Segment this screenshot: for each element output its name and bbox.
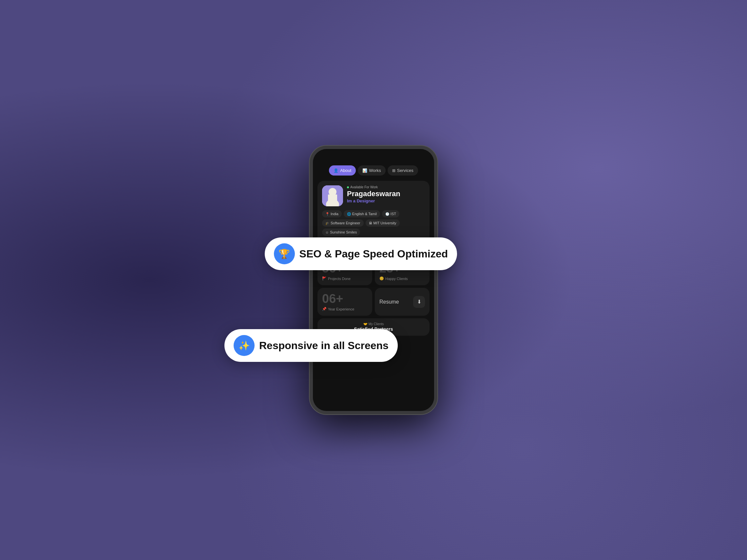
phone-screen: 👤 About 📊 Works ⊞ Services	[313, 149, 434, 411]
clients-label: 😊 Happy Clients	[379, 276, 425, 281]
grad-cap-icon: 🎓	[325, 221, 329, 225]
tab-services[interactable]: ⊞ Services	[388, 165, 418, 176]
available-badge: Available For Work	[347, 185, 425, 189]
sparkle-icon: ✨	[238, 340, 250, 351]
phone-frame: 👤 About 📊 Works ⊞ Services	[310, 146, 437, 414]
seo-callout-badge: 🏆 SEO & Page Speed Optimized	[265, 237, 457, 270]
clients-label: 🤝 My Clients	[322, 322, 425, 326]
download-icon: ⬇	[417, 299, 421, 305]
role-prefix: Im a	[347, 198, 356, 203]
smile-icon: ☺	[325, 231, 329, 234]
globe-icon: 🌐	[347, 212, 351, 216]
tag-timezone-label: IST	[390, 212, 396, 216]
profile-name: Pragadeswaran	[347, 190, 425, 198]
profile-role: Im a Designer	[347, 198, 425, 203]
clients-meta-label: My Clients	[368, 322, 384, 326]
university-icon: 🏛	[369, 221, 372, 225]
works-icon: 📊	[362, 168, 367, 173]
flag-icon: 🚩	[322, 276, 327, 281]
trophy-icon-circle: 🏆	[274, 243, 295, 264]
tab-about-label: About	[340, 168, 351, 173]
tag-language-label: English & Tamil	[352, 212, 377, 216]
tag-india: 📍 India	[322, 210, 342, 217]
experience-label-text: Year Experience	[328, 307, 354, 311]
svg-rect-3	[328, 194, 337, 201]
tag-company: ☺ Sunshine Smiles	[322, 229, 360, 236]
clock-icon: 🕐	[385, 212, 389, 216]
tag-role: 🎓 Software Engineer	[322, 219, 364, 226]
available-text: Available For Work	[350, 185, 378, 189]
tag-university-label: MIT University	[374, 221, 396, 225]
trophy-icon: 🏆	[279, 248, 290, 259]
phone-notch	[369, 153, 378, 156]
projects-label-text: Projects Done	[328, 277, 351, 281]
responsive-icon-circle: ✨	[234, 335, 255, 356]
pin-icon: 📌	[322, 307, 327, 311]
services-icon: ⊞	[392, 168, 395, 173]
tab-works-label: Works	[369, 168, 381, 173]
seo-callout-text: SEO & Page Speed Optimized	[300, 248, 448, 260]
role-value: Designer	[357, 198, 375, 203]
stat-experience: 06+ 📌 Year Experience	[317, 288, 372, 316]
projects-label: 🚩 Projects Done	[322, 276, 368, 281]
tab-services-label: Services	[397, 168, 413, 173]
tag-company-label: Sunshine Smiles	[330, 230, 357, 234]
info-tags: 📍 India 🌐 English & Tamil 🕐 IST 🎓	[322, 210, 425, 236]
resume-title: Resume	[379, 299, 399, 305]
profile-info: Available For Work Pragadeswaran Im a De…	[347, 185, 425, 203]
resume-download-button[interactable]: ⬇	[413, 296, 425, 308]
avatar	[322, 185, 343, 206]
available-dot	[347, 186, 349, 188]
tag-india-label: India	[331, 212, 338, 216]
tag-timezone: 🕐 IST	[382, 210, 400, 217]
responsive-callout-text: Responsive in all Screens	[259, 340, 389, 352]
responsive-callout-badge: ✨ Responsive in all Screens	[225, 329, 398, 362]
resume-card[interactable]: Resume ⬇	[375, 288, 430, 316]
tag-language: 🌐 English & Tamil	[344, 210, 380, 217]
tag-role-label: Software Engineer	[331, 221, 360, 225]
person-icon: 👤	[334, 168, 338, 173]
experience-number: 06+	[322, 292, 368, 305]
tag-university: 🏛 MIT University	[366, 219, 400, 226]
nav-tabs: 👤 About 📊 Works ⊞ Services	[317, 165, 430, 176]
location-icon: 📍	[325, 212, 329, 216]
clients-icon: 🤝	[363, 322, 367, 326]
profile-header: Available For Work Pragadeswaran Im a De…	[322, 185, 425, 206]
tab-works[interactable]: 📊 Works	[358, 165, 386, 176]
happy-icon: 😊	[379, 276, 384, 281]
tab-about[interactable]: 👤 About	[329, 165, 356, 176]
experience-label: 📌 Year Experience	[322, 307, 368, 311]
clients-label-text: Happy Clients	[385, 277, 408, 281]
phone-mockup: 👤 About 📊 Works ⊞ Services	[310, 146, 437, 414]
